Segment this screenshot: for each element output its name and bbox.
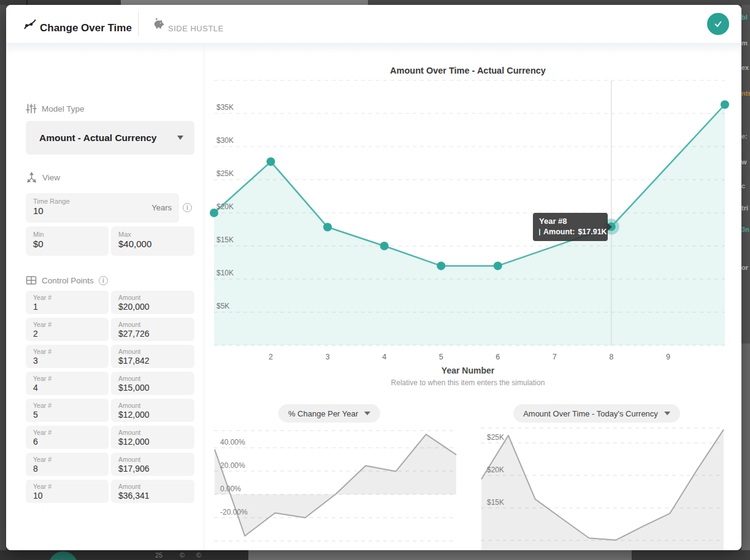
field-value: 8: [26, 463, 109, 474]
control-point-row: Year #3Amount$17,842: [26, 345, 194, 368]
field-value: $36,341: [111, 490, 194, 501]
modal-title: Change Over Time: [40, 22, 132, 34]
time-range-field[interactable]: Time Range 10 Years: [26, 193, 179, 223]
main-chart[interactable]: $5K$10K$15K$20K$25K$30K$35K23456789: [208, 66, 729, 364]
field-label: Amount: [111, 453, 194, 463]
field-label: Amount: [111, 399, 194, 409]
control-point-amount-field[interactable]: Amount$17,906: [111, 453, 194, 476]
model-type-section-label: Model Type: [42, 104, 85, 113]
control-point-amount-field[interactable]: Amount$12,000: [111, 399, 194, 422]
left-subchart-selector[interactable]: % Change Per Year: [278, 404, 380, 423]
field-value: $17,906: [111, 463, 194, 474]
field-value: 5: [26, 409, 109, 420]
svg-text:$30K: $30K: [216, 136, 234, 145]
backdrop-fragment: ex: [741, 64, 750, 71]
max-label: Max: [111, 226, 194, 238]
change-over-time-icon: [23, 18, 37, 31]
backdrop-fragment: w: [741, 158, 750, 166]
control-point-row: Year #1Amount$20,000: [26, 291, 194, 314]
tooltip-value: $17.91K: [578, 228, 607, 236]
svg-text:40.00%: 40.00%: [220, 438, 245, 447]
field-label: Amount: [111, 318, 194, 328]
context-item-label: SIDE HUSTLE: [168, 24, 224, 33]
control-point-amount-field[interactable]: Amount$17,842: [111, 345, 194, 368]
time-range-info-icon[interactable]: [183, 203, 192, 212]
tooltip-arrow: [607, 223, 612, 231]
tooltip-row: Amount: $17.91K: [539, 228, 602, 236]
control-point-year-field[interactable]: Year #6: [26, 426, 109, 449]
control-point-year-field[interactable]: Year #8: [26, 453, 109, 476]
backdrop-bottom-dark-left: [0, 550, 248, 560]
field-label: Amount: [111, 480, 194, 490]
series-swatch-icon: [539, 229, 540, 236]
control-point-amount-field[interactable]: Amount$15,000: [111, 372, 194, 395]
x-axis-label: Year Number: [204, 366, 732, 375]
control-point-row: Year #8Amount$17,906: [26, 453, 194, 476]
view-section-header: View: [26, 172, 60, 183]
control-point-year-field[interactable]: Year #1: [26, 291, 109, 314]
control-point-amount-field[interactable]: Amount$27,726: [111, 318, 194, 341]
backdrop-top-strip-right: [368, 0, 750, 5]
tooltip-title: Year #8: [539, 217, 602, 226]
svg-text:$15K: $15K: [487, 498, 504, 507]
right-subchart-selector[interactable]: Amount Over Time - Today's Currency: [513, 404, 680, 423]
control-point-amount-field[interactable]: Amount$12,000: [111, 426, 194, 449]
field-label: Year #: [26, 291, 109, 301]
field-value: $15,000: [111, 382, 194, 393]
pct-change-chart[interactable]: 40.00%20.00%0.00%-20.00%: [214, 427, 457, 550]
control-points-info-icon[interactable]: [99, 276, 108, 285]
chevron-down-icon: [177, 136, 183, 140]
field-value: 2: [26, 328, 109, 339]
min-field[interactable]: Min $0: [26, 226, 109, 256]
field-label: Year #: [26, 453, 109, 463]
chevron-down-icon: [364, 412, 370, 415]
piggy-bank-icon: [151, 17, 166, 32]
backdrop-bottom-dark-right: [632, 550, 750, 560]
field-value: $12,000: [111, 436, 194, 447]
svg-text:4: 4: [382, 353, 386, 361]
control-point-row: Year #10Amount$36,341: [26, 480, 194, 503]
field-value: 10: [26, 490, 109, 501]
backdrop-fragment: ©: [196, 551, 201, 559]
svg-text:$25K: $25K: [487, 433, 504, 442]
field-value: 1: [26, 301, 109, 312]
svg-text:$20K: $20K: [487, 466, 504, 474]
svg-text:9: 9: [666, 353, 670, 361]
field-label: Year #: [26, 399, 109, 409]
backdrop-fragment: m: [741, 39, 750, 47]
field-value: $17,842: [111, 355, 194, 366]
svg-text:2: 2: [269, 353, 273, 361]
field-label: Year #: [26, 426, 109, 436]
min-label: Min: [26, 226, 109, 238]
control-point-year-field[interactable]: Year #4: [26, 372, 109, 395]
control-point-year-field[interactable]: Year #2: [26, 318, 109, 341]
field-value: 3: [26, 355, 109, 366]
field-label: Year #: [26, 345, 109, 355]
control-point-amount-field[interactable]: Amount$20,000: [111, 291, 194, 314]
backdrop-bottom-strip: [0, 550, 750, 560]
control-point-year-field[interactable]: Year #10: [26, 480, 109, 503]
svg-text:$35K: $35K: [216, 103, 234, 112]
x-axis-sublabel: Relative to when this item enters the si…: [204, 378, 732, 387]
check-icon: [712, 18, 724, 30]
svg-text:$25K: $25K: [216, 169, 234, 178]
control-point-year-field[interactable]: Year #3: [26, 345, 109, 368]
max-field[interactable]: Max $40,000: [111, 226, 194, 256]
backdrop-top-strip-light: [121, 0, 368, 5]
max-value: $40,000: [111, 238, 194, 249]
field-label: Amount: [111, 291, 194, 301]
backdrop-left-strip: [0, 5, 6, 560]
control-points-section-header: Control Points: [26, 275, 108, 286]
backdrop-fragment: 3n: [741, 226, 750, 233]
todays-currency-chart[interactable]: $25K$20K$15K: [481, 427, 730, 550]
control-point-amount-field[interactable]: Amount$36,341: [111, 480, 194, 503]
svg-text:$5K: $5K: [216, 302, 229, 310]
axes-arrows-icon: [26, 172, 37, 183]
model-type-dropdown[interactable]: Amount - Actual Currency: [26, 121, 194, 155]
svg-text:7: 7: [553, 353, 557, 361]
confirm-button[interactable]: [707, 13, 729, 35]
control-point-year-field[interactable]: Year #5: [26, 399, 109, 422]
field-label: Year #: [26, 480, 109, 490]
modal-header: Change Over Time SIDE HUSTLE: [6, 5, 741, 43]
backdrop-fragment: bl: [741, 13, 750, 21]
